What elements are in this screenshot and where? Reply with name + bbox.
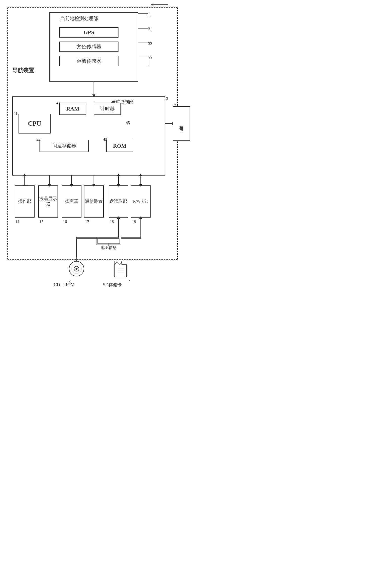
speaker-label: 扬声器 (65, 198, 78, 204)
ref-19: 19 (132, 220, 136, 224)
flash-label: 闪速存储器 (53, 143, 76, 149)
ref-43: 43 (103, 137, 107, 142)
cpu-box: CPU (18, 114, 51, 134)
ref-45: 45 (126, 121, 130, 125)
diagram-container: 1 导航装置 当前地检测处理部 11 GPS 31 方位传感器 32 距离传感器… (0, 0, 196, 290)
flash-box: 闪速存储器 (39, 140, 89, 152)
ram-box: RAM (59, 102, 86, 115)
timer-label: 计时器 (100, 106, 115, 112)
disc-reader-label: 盘读取部 (110, 198, 127, 204)
comm-box: 通信装置 (84, 186, 104, 218)
cd-rom-disc (69, 261, 85, 277)
ref-1: 1 (152, 2, 154, 6)
sd-card-label: SD存储卡 (94, 282, 131, 288)
ref-41: 41 (13, 111, 17, 116)
rom-label: ROM (113, 143, 126, 149)
cpu-label: CPU (28, 120, 41, 127)
rom-box: ROM (106, 140, 133, 152)
ref-13: 13 (164, 96, 168, 101)
detection-unit-label: 当前地检测处理部 (60, 15, 98, 22)
dist-sensor-label: 距离传感器 (76, 58, 101, 64)
gps-label: GPS (84, 29, 94, 36)
dist-sensor-box: 距离传感器 (59, 56, 119, 66)
ref-44: 44 (36, 138, 40, 142)
operation-label: 操作部 (18, 198, 31, 204)
ref-42: 42 (56, 101, 60, 105)
nav-control-box (12, 96, 165, 176)
operation-box: 操作部 (15, 186, 34, 218)
ref-21: 21 (173, 103, 177, 108)
ref-17: 17 (85, 220, 89, 224)
ref-33: 33 (148, 56, 152, 60)
ref-18: 18 (110, 220, 114, 224)
speed-sensor-label: 车速传感器 (179, 122, 184, 125)
rw-label: R/W卡部 (133, 199, 148, 204)
cd-rom-label: CD－ROM (49, 282, 79, 288)
map-info-label: 地图信息 (101, 245, 117, 250)
disc-reader-box: 盘读取部 (109, 186, 128, 218)
comm-label: 通信装置 (85, 198, 103, 204)
lcd-label: 液晶显示器 (39, 196, 57, 208)
dir-sensor-label: 方位传感器 (76, 44, 101, 50)
lcd-box: 液晶显示器 (38, 186, 58, 218)
ref-14: 14 (15, 220, 19, 224)
ref-31: 31 (148, 27, 152, 31)
ref-16: 16 (63, 220, 67, 224)
svg-rect-59 (122, 261, 127, 264)
speaker-box: 扬声器 (62, 186, 81, 218)
gps-box: GPS (59, 27, 119, 38)
dir-sensor-box: 方位传感器 (59, 42, 119, 52)
ram-label: RAM (66, 106, 79, 112)
ref-32: 32 (148, 42, 152, 46)
timer-box: 计时器 (94, 102, 121, 115)
svg-point-56 (76, 268, 77, 270)
nav-device-label: 导航装置 (12, 67, 34, 74)
sd-card-shape (113, 261, 128, 278)
ref-15: 15 (39, 220, 43, 224)
speed-sensor-box: 车速传感器 (173, 106, 190, 141)
ref-11: 11 (148, 13, 152, 17)
rw-box: R/W卡部 (131, 186, 151, 218)
